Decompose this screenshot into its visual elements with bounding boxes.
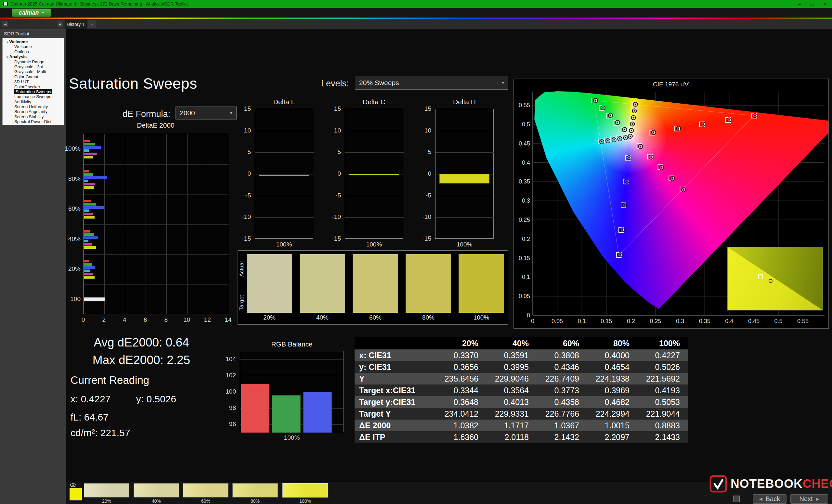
table-cell: 1.0382 [437, 420, 487, 431]
cie-measured-dot [683, 189, 684, 190]
table-cell: 224.1938 [588, 373, 638, 385]
grid-line [255, 217, 314, 218]
rgb-bar-blue [303, 392, 332, 432]
levels-dropdown[interactable]: 20% Sweeps ▼ [355, 76, 508, 90]
table-cell: 0.4227 [638, 349, 688, 361]
axis-tick-label: 98 [229, 404, 236, 412]
grid-line [255, 196, 314, 196]
table-header-cell [355, 337, 437, 349]
filmstrip-label: 40% [134, 499, 179, 504]
table-cell: 0.4000 [588, 349, 638, 361]
close-button[interactable]: × [823, 1, 826, 7]
table-row-label: Target Y [355, 408, 437, 420]
cie-chart-title: CIE 1976 u'v' [514, 81, 828, 88]
table-cell: 0.3773 [537, 385, 588, 396]
table-cell: 226.7766 [537, 408, 588, 420]
cie-measured-dot [640, 146, 641, 147]
axis-tick-label: 2 [98, 316, 110, 324]
de-formula-dropdown[interactable]: 2000 ▼ [176, 107, 237, 119]
current-fl: fL: 64.67 [71, 412, 108, 423]
filmstrip-preview-tile[interactable] [68, 482, 84, 502]
table-cell: 0.3808 [537, 349, 588, 361]
delta-c-chart [345, 109, 403, 239]
table-row: Target y:CIE310.36480.40130.43580.46820.… [355, 396, 688, 408]
table-cell: 0.4358 [537, 396, 588, 408]
table-cell: 2.0118 [487, 431, 537, 443]
table-cell: 234.0412 [437, 408, 487, 420]
table-row: Y235.6456229.9046226.7409224.1938221.569… [355, 373, 688, 385]
table-cell: 1.0367 [537, 420, 588, 431]
swatch-20 [247, 254, 292, 313]
cie-measured-dot [632, 123, 633, 125]
app-window: Calman 2025 Calman Ultimate for Business… [0, 0, 832, 504]
filmstrip-item-100[interactable] [282, 483, 328, 498]
tree-collapse-icon[interactable]: ▾ [6, 56, 8, 59]
swatch-axis-actual: Actual [238, 253, 246, 284]
axis-tick-label: 102 [226, 372, 236, 379]
cie-measured-dot [754, 115, 756, 116]
table-row-label: ΔE 2000 [355, 420, 437, 431]
table-row-label: Y [355, 373, 437, 385]
current-xy: x: 0.4227 y: 0.5026 [71, 394, 176, 404]
table-cell: 221.9044 [638, 408, 688, 420]
axis-tick-label: 10 [244, 127, 251, 134]
swatch-100 [459, 254, 504, 313]
cie-measured-dot [629, 136, 631, 137]
delta-c-bar [349, 174, 399, 175]
deltae-bar-magenta [84, 273, 93, 275]
cie-measured-dot [635, 104, 636, 105]
de-formula-value: 2000 [176, 109, 226, 117]
table-cell: 0.4682 [588, 396, 638, 408]
panel-collapse-icon[interactable]: ◀ [2, 21, 8, 27]
deltae-bar-yellow [84, 246, 96, 249]
table-header-cell: 20% [437, 337, 487, 349]
minimize-button[interactable]: – [798, 1, 801, 7]
table-header-cell: 40% [487, 337, 537, 349]
deltae-bar-blue [84, 266, 95, 269]
axis-tick-label: 10 [424, 127, 431, 134]
deltae-bar-blue [84, 146, 101, 149]
filmstrip-item-80[interactable] [232, 483, 278, 498]
back-button[interactable]: ◀ Back [753, 494, 786, 504]
cie-measured-dot [703, 123, 704, 125]
tree-collapse-icon[interactable]: ▾ [6, 40, 8, 44]
delta-l-title: Delta L [255, 98, 313, 106]
cie-measured-dot [672, 178, 673, 179]
axis-tick-label: 10 [334, 127, 341, 134]
table-row: ΔE 20001.03821.17171.03671.00150.8883 [355, 420, 688, 431]
cie-measured-dot [626, 180, 628, 182]
deltae-bar-green [84, 263, 92, 265]
calman-logo: calman [19, 9, 39, 16]
delta-l-chart [255, 109, 313, 239]
filmstrip-item-40[interactable] [134, 483, 179, 498]
deltae-bar-magenta [84, 243, 92, 246]
table-cell: 2.1432 [537, 431, 588, 443]
menu-bar: calman ▼ [0, 8, 832, 18]
deltae-bar-yellow [84, 276, 95, 279]
delta-c-title: Delta C [345, 98, 403, 106]
deltae-bar-magenta [84, 183, 95, 186]
filmstrip-item-60[interactable] [183, 483, 229, 498]
delta-h-y-axis: 151050-5-10-15 [409, 109, 433, 245]
maximize-button[interactable]: □ [810, 1, 813, 7]
table-cell: 224.2994 [588, 408, 638, 420]
deltae-bar-white [84, 298, 105, 301]
table-cell: 235.6456 [437, 373, 487, 385]
cie-measured-dot [617, 122, 618, 123]
axis-tick-label: 10 [180, 316, 193, 324]
next-button[interactable]: Next ▶ [790, 494, 828, 504]
cie-measured-dot [650, 157, 652, 158]
axis-tick-label: 5 [428, 148, 431, 156]
add-tab-button[interactable]: + [88, 21, 96, 28]
cie-measured-dot [653, 132, 654, 133]
rgb-balance-x-label: 100% [240, 434, 344, 441]
filmstrip-item-20[interactable] [84, 483, 129, 498]
axis-tick-label: 0 [247, 170, 251, 177]
axis-tick-label: -5 [335, 192, 341, 199]
layout-toggle-button[interactable] [733, 496, 740, 502]
table-row: Target x:CIE310.33440.35640.37730.39690.… [355, 385, 688, 396]
sidebar-title: SDR Toolkit [4, 31, 29, 36]
table-cell: 1.1717 [487, 420, 537, 431]
table-cell: 0.3344 [437, 385, 487, 396]
table-header-row: 20%40%60%80%100% [355, 337, 688, 349]
